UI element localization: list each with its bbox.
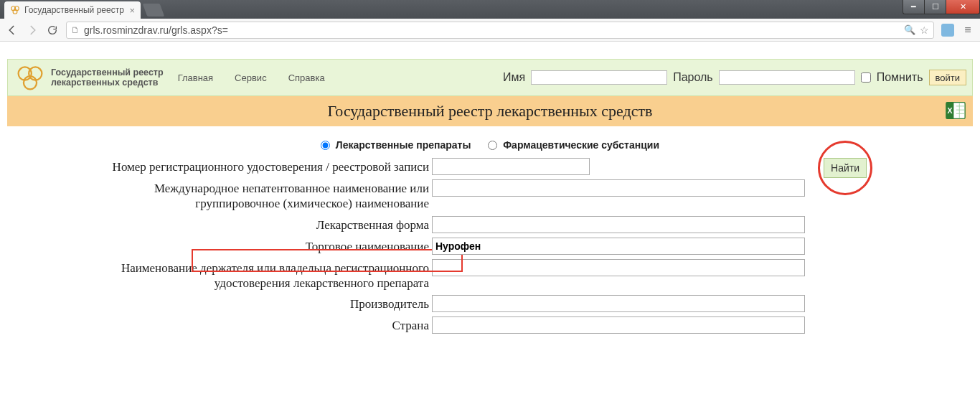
login-name-label: Имя: [503, 71, 525, 84]
input-dosage-form[interactable]: [432, 216, 805, 233]
label-manufacturer: Производитель: [99, 295, 429, 311]
remember-checkbox[interactable]: [861, 72, 871, 83]
label-trade-name: Торговое наименование: [99, 238, 429, 254]
window-close-button[interactable]: ✕: [946, 0, 980, 14]
nav-help[interactable]: Справка: [288, 72, 325, 83]
label-reg-number: Номер регистрационного удостоверения / р…: [99, 158, 429, 174]
bookmark-icon[interactable]: ☆: [920, 24, 929, 36]
zoom-icon[interactable]: 🔍: [904, 24, 915, 35]
page-title: Государственный реестр лекарственных сре…: [328, 102, 653, 121]
svg-point-2: [13, 9, 17, 14]
site-header: Государственный реестрлекарственных сред…: [7, 59, 973, 96]
tab-title: Государственный реестр: [24, 5, 126, 15]
nav-service[interactable]: Сервис: [235, 72, 267, 83]
extension-icon[interactable]: [941, 24, 954, 37]
tab-favicon: [10, 5, 20, 15]
input-holder[interactable]: [432, 259, 805, 276]
login-area: Имя Пароль Помнить войти: [503, 70, 966, 85]
url-text: grls.rosminzdrav.ru/grls.aspx?s=: [84, 24, 904, 36]
forward-icon[interactable]: [26, 24, 39, 37]
input-manufacturer[interactable]: [432, 295, 805, 312]
page-icon: 🗋: [71, 25, 80, 35]
new-tab-button[interactable]: [143, 4, 165, 17]
input-trade-name[interactable]: [432, 238, 805, 255]
input-country[interactable]: [432, 316, 805, 334]
page-title-band: Государственный реестр лекарственных сре…: [7, 96, 973, 126]
window-maximize-button[interactable]: ☐: [924, 0, 946, 14]
window-controls: ━ ☐ ✕: [903, 0, 980, 14]
reload-icon[interactable]: [46, 24, 59, 37]
menu-icon[interactable]: ≡: [961, 24, 974, 37]
label-dosage-form: Лекарственная форма: [99, 216, 429, 233]
browser-tab[interactable]: Государственный реестр ×: [4, 1, 141, 19]
browser-toolbar: 🗋 grls.rosminzdrav.ru/grls.aspx?s= 🔍 ☆ ≡: [0, 19, 980, 42]
search-form: Номер регистрационного удостоверения / р…: [7, 158, 973, 334]
radio-substances[interactable]: Фармацевтические субстанции: [488, 139, 659, 151]
back-icon[interactable]: [6, 24, 19, 37]
login-name-input[interactable]: [531, 70, 667, 85]
main-nav: Главная Сервис Справка: [178, 72, 325, 83]
radio-drugs-input[interactable]: [321, 141, 330, 150]
svg-text:X: X: [948, 106, 953, 115]
radio-drugs[interactable]: Лекарственные препараты: [321, 139, 471, 151]
label-country: Страна: [99, 316, 429, 333]
find-button[interactable]: Найти: [824, 158, 867, 178]
browser-tab-strip: Государственный реестр × ━ ☐ ✕: [0, 0, 980, 19]
address-bar[interactable]: 🗋 grls.rosminzdrav.ru/grls.aspx?s= 🔍 ☆: [66, 22, 934, 39]
search-button-area: Найти: [809, 158, 881, 178]
input-reg-number[interactable]: [432, 158, 590, 175]
nav-home[interactable]: Главная: [178, 72, 213, 83]
registry-type-radios: Лекарственные препараты Фармацевтические…: [7, 126, 973, 158]
tab-close-icon[interactable]: ×: [129, 5, 135, 16]
label-holder: Наименование держателя или владельца рег…: [99, 259, 429, 291]
export-excel-icon[interactable]: X: [946, 100, 966, 121]
login-pass-label: Пароль: [673, 71, 713, 84]
remember-label: Помнить: [877, 71, 923, 84]
window-minimize-button[interactable]: ━: [903, 0, 924, 14]
login-button[interactable]: войти: [929, 70, 966, 85]
login-pass-input[interactable]: [719, 70, 855, 85]
label-inn: Международное непатентованное наименован…: [99, 179, 429, 212]
input-inn[interactable]: [432, 179, 805, 197]
site-brand: Государственный реестрлекарственных сред…: [51, 67, 164, 88]
site-logo: [14, 62, 47, 93]
radio-substances-input[interactable]: [488, 141, 497, 150]
